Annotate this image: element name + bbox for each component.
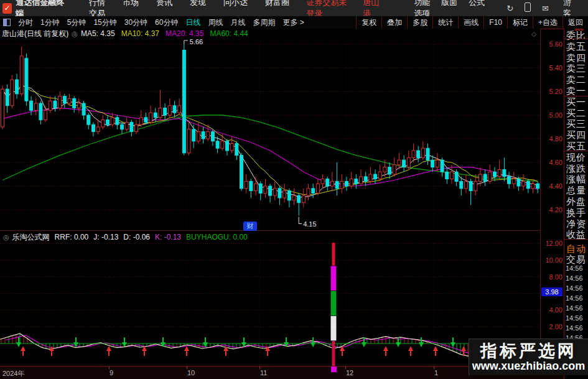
chart-header: 唐山港(日线 前复权) ◎ MA5: 4.35MA10: 4.37MA20: 4… (0, 29, 540, 39)
sidebar-row-买四[interactable]: 买四 (566, 129, 586, 141)
sidebar-row-总量[interactable]: 总量 (566, 185, 586, 197)
period-tab-月线[interactable]: 月线 (230, 18, 245, 27)
period-tab-多周期[interactable]: 多周期 (253, 18, 275, 27)
sidebar-time: 14:56 (566, 324, 583, 332)
tool-button-返回[interactable]: 返回 (562, 16, 588, 29)
collapse-icon[interactable]: ◎ (3, 233, 9, 241)
ma-legend: MA5: 4.35MA10: 4.37MA20: 4.35MA60: 4.44 (81, 29, 254, 38)
indicator-title: 乐淘公式网 (12, 232, 50, 243)
tool-button-复权[interactable]: 复权 (356, 16, 381, 29)
price-axis: 5.605.405.205.004.804.604.404.20 (540, 29, 564, 230)
time-axis-label: 9 (110, 369, 113, 377)
title-bar: ✓ 通达信金融终端 行情市场资讯发现问小达财富圈交易 证券交易未登录 唐山港 功… (0, 0, 588, 17)
indicator-axis-label: 10.00 (545, 256, 562, 264)
sidebar-row-换手[interactable]: 换手 (566, 207, 586, 219)
tool-button-+自选[interactable]: +自选 (533, 16, 562, 29)
menu-item-功能[interactable]: 功能 (414, 0, 430, 7)
collapse-icon[interactable]: ◎ (72, 30, 78, 38)
event-badge[interactable]: 财 (243, 222, 257, 231)
sidebar-row-卖二[interactable]: 卖二 (566, 74, 586, 86)
tool-button-叠加[interactable]: 叠加 (381, 16, 407, 29)
indicator-axis-label: 8.00 (549, 273, 562, 281)
period-tab-日线[interactable]: 日线 (185, 18, 200, 27)
tool-button-多股[interactable]: 多股 (407, 16, 432, 29)
mobile-icon[interactable] (525, 2, 531, 14)
axis-tick (345, 367, 346, 369)
menu-item-资讯[interactable]: 资讯 (156, 0, 172, 7)
menu-item-版面[interactable]: 版面 (441, 0, 457, 7)
menu-item-财富圈[interactable]: 财富圈 (265, 0, 289, 7)
period-tab-15分钟[interactable]: 15分钟 (93, 18, 116, 27)
menu-item-问小达[interactable]: 问小达 (223, 0, 248, 7)
sidebar-row-净资[interactable]: 净资 (566, 218, 586, 230)
indicator-axis-label: 2.00 (549, 323, 562, 330)
price-axis-label: 4.60 (549, 159, 562, 166)
period-tab-5分钟[interactable]: 5分钟 (67, 18, 86, 27)
price-axis-label: 4.40 (549, 182, 562, 190)
mail-icon[interactable]: ✉ (542, 4, 549, 13)
sidebar-row-买二[interactable]: 买二 (566, 108, 586, 119)
monitor-icon[interactable] (3, 19, 11, 26)
sidebar-time: 14:56 (566, 284, 583, 292)
indicator-values: RRF: 0.00J: -0.13D: -0.06K: -0.13BUYHAOG… (55, 233, 253, 241)
period-toolbar: 分时1分钟5分钟15分钟30分钟60分钟日线周线月线多周期更多 > 复权叠加多股… (0, 16, 588, 29)
sidebar-row-外盘[interactable]: 外盘 (566, 196, 586, 208)
svg-text:5.66: 5.66 (190, 39, 203, 45)
time-axis-label: 2024年 (2, 369, 24, 378)
quote-sidebar: R500 委比卖五卖四卖三卖二卖一买一买二买三买四买五现价涨跌涨幅总量外盘换手净… (564, 29, 588, 379)
watermark: 指标严选网 www.xuezhibiao.com (469, 339, 588, 375)
ma-label: MA10: 4.37 (121, 29, 159, 38)
candlestick-chart[interactable]: 5.664.15 (0, 39, 540, 230)
axis-tick (434, 367, 434, 369)
sidebar-row-涨幅[interactable]: 涨幅 (566, 174, 586, 185)
menu-item-市场[interactable]: 市场 (123, 0, 139, 7)
tool-button-标记[interactable]: 标记 (507, 16, 533, 29)
header-corner-icon[interactable]: ◇ (531, 30, 536, 37)
period-tab-周线[interactable]: 周线 (208, 18, 223, 27)
svg-text:4.15: 4.15 (303, 220, 316, 228)
indicator-chart[interactable] (0, 243, 540, 366)
period-tabs: 分时1分钟5分钟15分钟30分钟60分钟日线周线月线多周期更多 > (14, 17, 308, 28)
menu-item-公式[interactable]: 公式 (469, 0, 485, 7)
tool-button-统计[interactable]: 统计 (432, 16, 458, 29)
sidebar-row-买三[interactable]: 买三 (566, 118, 586, 130)
chart-tool-buttons: 复权叠加多股统计画线F10标记+自选返回 (356, 16, 588, 29)
sidebar-time: 14:56 (566, 294, 583, 302)
sidebar-divider (564, 239, 588, 240)
chart-title: 唐山港(日线 前复权) (2, 29, 68, 39)
tool-button-画线[interactable]: 画线 (458, 16, 483, 29)
sidebar-divider (564, 96, 588, 96)
sidebar-row-涨跌[interactable]: 涨跌 (566, 163, 586, 175)
menu-item-发现[interactable]: 发现 (190, 0, 206, 7)
indicator-label: RRF: 0.00 (55, 233, 89, 241)
indicator-label: BUYHAOGU: 0.00 (186, 233, 248, 241)
indicator-axis-label: 12.00 (545, 240, 562, 247)
period-tab-30分钟[interactable]: 30分钟 (124, 18, 147, 27)
ma-label: MA60: 4.44 (210, 29, 248, 38)
sidebar-row-委比[interactable]: 委比 (566, 30, 586, 42)
watermark-url: www.xuezhibiao.com (472, 360, 585, 372)
sidebar-row-买一[interactable]: 买一 (566, 96, 586, 108)
ma-label: MA5: 4.35 (81, 29, 115, 38)
sidebar-time: 14:56 (566, 274, 583, 282)
sidebar-row-卖四[interactable]: 卖四 (566, 52, 586, 64)
period-tab-1分钟[interactable]: 1分钟 (40, 18, 60, 27)
time-axis-label: 12 (346, 369, 353, 377)
time-axis-label: 11 (260, 369, 267, 377)
sidebar-divider (564, 151, 588, 151)
tool-button-F10[interactable]: F10 (483, 16, 507, 29)
tdx-logo-icon: ✓ (2, 3, 12, 14)
indicator-label: K: -0.13 (155, 233, 181, 241)
price-axis-label: 4.80 (549, 135, 562, 143)
sidebar-row-卖五[interactable]: 卖五 (566, 41, 586, 53)
time-axis-label: 10 (187, 369, 195, 377)
sidebar-row-卖三[interactable]: 卖三 (566, 63, 586, 75)
refresh-icon[interactable]: ↻ (506, 4, 513, 13)
period-tab-60分钟[interactable]: 60分钟 (155, 18, 178, 27)
menu-item-行情[interactable]: 行情 (89, 0, 105, 7)
period-tab-分时[interactable]: 分时 (18, 18, 33, 27)
price-axis-label: 5.00 (549, 111, 562, 119)
sidebar-row-现价[interactable]: 现价 (566, 152, 586, 164)
period-tab-更多 >[interactable]: 更多 > (282, 18, 304, 27)
watermark-title: 指标严选网 (480, 342, 577, 360)
